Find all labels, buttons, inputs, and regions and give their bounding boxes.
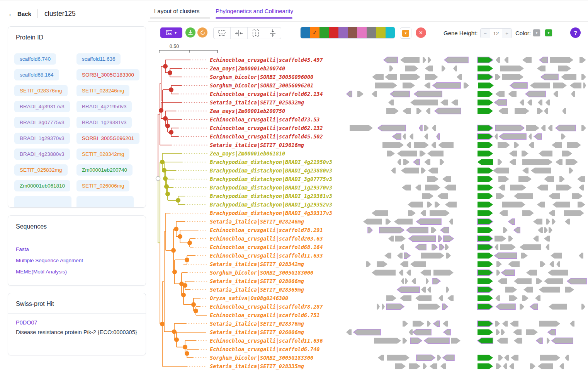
tree-leaf-label[interactable]: Echinochloa_crusgalli|scaffold62.132 <box>210 125 323 131</box>
gene-arrow <box>438 295 443 301</box>
tree-leaf-label[interactable]: Echinochloa_crusgalli|scaffold45.497 <box>210 57 323 63</box>
gene-arrow <box>375 83 397 89</box>
tree-leaf-label[interactable]: Zea_mays|Zm00001eb200750 <box>209 108 285 114</box>
gene-arrow <box>502 74 523 80</box>
gene-arrow <box>538 364 553 369</box>
gene-arrow-collinear <box>501 270 515 276</box>
tree-leaf-label[interactable]: Zea_mays|Zm00001eb200740 <box>209 65 285 72</box>
gene-arrow-collinear <box>404 253 410 259</box>
tree-internal-node <box>165 124 170 128</box>
tree-leaf-label[interactable]: Zea_mays|Zm00001eb061810 <box>209 150 285 157</box>
tree-leaf-label[interactable]: Brachypodium_distachyon|BRADI_1g29370v3 <box>209 184 332 191</box>
tree-leaf-label[interactable]: Brachypodium_distachyon|BRADI_4g21950v3 <box>209 159 332 166</box>
tree-leaf-label[interactable]: Setaria_italica|SETIT_026006mg <box>210 329 304 336</box>
gene-arrow <box>514 193 533 199</box>
gene-arrow <box>546 100 550 106</box>
tree-leaf-label[interactable]: Oryza_sativa|Os08g0246300 <box>210 295 288 302</box>
gene-arrow <box>514 338 522 344</box>
gene-arrow <box>387 355 410 361</box>
gene-arrow <box>403 159 410 165</box>
tree-internal-node <box>162 168 167 172</box>
tree-internal-node <box>159 108 163 113</box>
tree-leaf-label[interactable]: Echinochloa_crusgalli|scaffold6.751 <box>210 312 319 319</box>
tree-leaf-label[interactable]: Brachypodium_distachyon|BRADI_1g29381v3 <box>209 193 332 200</box>
gene-arrow <box>377 261 387 267</box>
gene-arrow <box>546 219 550 225</box>
tree-leaf-label[interactable]: Setaria_italica|SETIT_028335mg <box>210 363 304 370</box>
gene-arrow <box>408 210 416 216</box>
gene-arrow <box>537 185 548 191</box>
gene-arrow <box>430 210 450 216</box>
gene-arrow <box>495 91 505 97</box>
gene-arrow <box>446 287 449 293</box>
tree-leaf-label[interactable]: Echinochloa_crusgalli|scaffold11.636 <box>210 338 323 344</box>
gene-arrow-collinear <box>414 91 442 97</box>
gene-arrow-anchor <box>478 321 493 327</box>
tree-leaf-label[interactable]: Sorghum_bicolor|SORBI_3005G183000 <box>210 270 313 276</box>
gene-arrow-collinear <box>413 159 420 165</box>
tree-leaf-label[interactable]: Sorghum_bicolor|SORBI_3005G183300 <box>210 355 313 361</box>
tree-leaf-label[interactable]: Echinochloa_crusgalli|scaffold78.287 <box>210 304 323 310</box>
gene-arrow <box>520 304 524 310</box>
tree-internal-node <box>174 337 179 342</box>
tree-leaf-label[interactable]: Echinochloa_crusgalli|scaffold11.633 <box>210 253 323 259</box>
gene-arrow-collinear <box>495 100 507 106</box>
tree-internal-node <box>179 282 184 286</box>
tree-internal-node <box>165 192 170 196</box>
tree-internal-node <box>163 176 168 181</box>
gene-arrow-anchor <box>478 125 493 131</box>
gene-arrow <box>508 236 513 242</box>
gene-arrow-anchor <box>478 134 493 140</box>
gene-arrow <box>501 329 505 335</box>
tree-leaf-label[interactable]: Setaria_italica|SETIT_028376mg <box>210 321 304 327</box>
gene-arrow <box>400 244 404 250</box>
tree-leaf-label[interactable]: Brachypodium_distachyon|BRADI_4g23880v3 <box>209 167 332 174</box>
gene-arrow-anchor <box>478 253 493 259</box>
gene-arrow <box>536 278 542 284</box>
gene-arrow <box>509 151 517 157</box>
gene-arrow <box>553 91 558 97</box>
gene-arrow <box>515 108 529 114</box>
tree-leaf-label[interactable]: Echinochloa_crusgalli|scaffold68.164 <box>210 244 323 251</box>
tree-leaf-label[interactable]: Brachypodium_distachyon|BRADI_1g29352v3 <box>209 201 332 208</box>
tree-internal-node <box>169 130 173 135</box>
gene-arrow <box>372 210 388 216</box>
tree-internal-node <box>164 184 169 189</box>
gene-arrow <box>556 261 560 267</box>
tree-leaf-label[interactable]: Setaria_italica|SETIT_019616mg <box>210 142 304 149</box>
tree-leaf-label[interactable]: Setaria_italica|SETIT_028369mg <box>210 287 304 293</box>
gene-arrow <box>531 168 551 174</box>
gene-arrow <box>502 202 525 208</box>
gene-arrow <box>402 185 411 191</box>
tree-leaf-label[interactable]: Echinochloa_crusgalli|scaffold45.502 <box>210 133 323 140</box>
tree-leaf-label[interactable]: Brachypodium_distachyon|BRADI_4g39317v3 <box>209 210 332 217</box>
gene-arrow <box>500 244 516 250</box>
gene-arrow-anchor <box>478 66 493 72</box>
gene-arrow-collinear <box>499 134 526 140</box>
gene-arrow <box>382 142 404 148</box>
gene-arrow-anchor <box>478 142 493 148</box>
gene-arrow <box>538 100 542 106</box>
tree-leaf-label[interactable]: Brachypodium_distachyon|BRADI_3g07775v3 <box>209 176 332 183</box>
gene-arrow <box>409 364 420 369</box>
gene-arrow <box>537 108 543 114</box>
tree-leaf-label[interactable]: Echinochloa_crusgalli|scaffold6.740 <box>210 346 319 353</box>
gene-arrow <box>530 364 535 369</box>
tree-leaf-label[interactable]: Echinochloa_crusgalli|scaffold78.291 <box>210 227 323 234</box>
gene-arrow <box>514 142 519 148</box>
tree-leaf-label[interactable]: Sorghum_bicolor|SORBI_3005G096000 <box>210 74 313 80</box>
tree-internal-node <box>176 198 180 203</box>
tree-leaf-label[interactable]: Setaria_italica|SETIT_028246mg <box>210 219 304 225</box>
tree-leaf-label[interactable]: Echinochloa_crusgalli|scaffold62.134 <box>210 91 323 97</box>
tree-leaf-label[interactable]: Sorghum_bicolor|SORBI_3005G096201 <box>210 82 313 89</box>
tree-leaf-label[interactable]: Echinochloa_crusgalli|scaffold203.63 <box>210 236 323 242</box>
tree-leaf-label[interactable]: Setaria_italica|SETIT_028066mg <box>210 278 304 285</box>
gene-arrow <box>514 278 532 284</box>
tree-leaf-label[interactable]: Setaria_italica|SETIT_025832mg <box>210 99 304 106</box>
gene-arrow-anchor <box>478 304 493 310</box>
gene-arrow <box>435 202 440 208</box>
tree-leaf-label[interactable]: Setaria_italica|SETIT_028342mg <box>210 261 304 268</box>
tree-leaf-label[interactable]: Echinochloa_crusgalli|scaffold73.53 <box>210 116 319 123</box>
gene-arrow-anchor <box>478 261 493 267</box>
gene-arrow <box>565 287 574 293</box>
